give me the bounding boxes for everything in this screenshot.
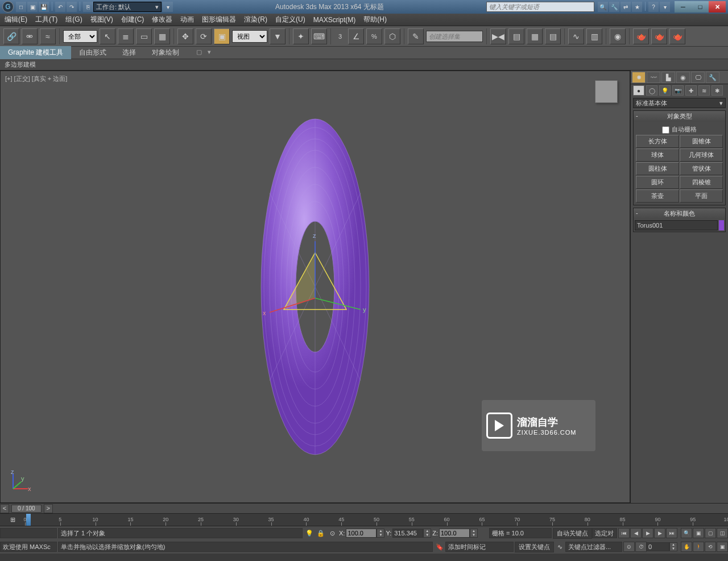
key-mode-icon[interactable]: ⊙ bbox=[623, 542, 635, 552]
time-slider-prev[interactable]: < bbox=[0, 504, 9, 513]
ribbon-tab-paint[interactable]: 对象绘制 bbox=[144, 46, 187, 59]
nav-maximize-icon[interactable]: ▣ bbox=[717, 542, 728, 552]
menu-group[interactable]: 组(G) bbox=[65, 15, 82, 24]
add-time-marker[interactable]: 添加时间标记 bbox=[445, 542, 514, 552]
time-slider-next[interactable]: > bbox=[44, 504, 53, 513]
spinner-snap-icon[interactable]: ⬡ bbox=[384, 28, 400, 44]
menu-edit[interactable]: 编辑(E) bbox=[5, 15, 27, 24]
shapes-icon[interactable]: ◯ bbox=[646, 85, 657, 96]
torus-object[interactable]: z y x bbox=[196, 102, 435, 472]
align-icon[interactable]: ▤ bbox=[508, 28, 524, 44]
help-dropdown-icon[interactable]: ▾ bbox=[660, 2, 670, 12]
lock-icon[interactable]: 💡 bbox=[304, 528, 315, 538]
current-frame[interactable] bbox=[647, 542, 669, 551]
selected-key-label[interactable]: 选定对 bbox=[592, 528, 617, 538]
geometry-icon[interactable]: ● bbox=[633, 85, 644, 96]
window-minimize[interactable]: ─ bbox=[675, 1, 692, 13]
angle-snap-icon[interactable]: ∠ bbox=[348, 28, 364, 44]
menu-create[interactable]: 创建(C) bbox=[121, 15, 144, 24]
manipulate-icon[interactable]: ✦ bbox=[293, 28, 309, 44]
coord-y[interactable] bbox=[392, 529, 423, 538]
menu-maxscript[interactable]: MAXScript(M) bbox=[313, 16, 356, 24]
lights-icon[interactable]: 💡 bbox=[659, 85, 671, 96]
tube-button[interactable]: 管状体 bbox=[680, 162, 723, 175]
bind-spacewarp-icon[interactable]: ≈ bbox=[40, 28, 56, 44]
autokey-button[interactable]: 自动关键点 bbox=[553, 528, 592, 539]
play-icon[interactable]: ▶ bbox=[642, 528, 653, 538]
wrench-icon[interactable]: 🔧 bbox=[609, 2, 619, 12]
ribbon-panel-polymodel[interactable]: 多边形建模 bbox=[0, 59, 728, 71]
menu-help[interactable]: 帮助(H) bbox=[363, 15, 387, 24]
ribbon-tab-selection[interactable]: 选择 bbox=[114, 46, 144, 59]
goto-end-icon[interactable]: ⏭ bbox=[666, 528, 677, 538]
pivot-center-icon[interactable]: ▼ bbox=[270, 28, 286, 44]
menu-graph-editors[interactable]: 图形编辑器 bbox=[202, 15, 236, 24]
cylinder-button[interactable]: 圆柱体 bbox=[636, 162, 679, 175]
goto-start-icon[interactable]: ⏮ bbox=[618, 528, 630, 538]
isolate-icon[interactable]: ⊙ bbox=[326, 528, 338, 538]
keyboard-shortcut-icon[interactable]: ⌨ bbox=[311, 28, 327, 44]
nav-orbit-icon[interactable]: ⟲ bbox=[705, 542, 716, 552]
geosphere-button[interactable]: 几何球体 bbox=[680, 148, 723, 162]
unlink-icon[interactable]: ⚮ bbox=[22, 28, 38, 44]
prev-frame-icon[interactable]: ◀ bbox=[630, 528, 642, 538]
viewport-label[interactable]: [+] [正交] [真实 + 边面] bbox=[5, 75, 67, 83]
schematic-view-icon[interactable]: ▥ bbox=[586, 28, 602, 44]
selection-lock-icon[interactable]: 🔒 bbox=[315, 528, 326, 538]
render-icon[interactable]: 🫖 bbox=[669, 28, 685, 44]
link-icon[interactable]: ⎘ bbox=[83, 2, 93, 12]
plane-button[interactable]: 平面 bbox=[680, 189, 723, 203]
menu-modifiers[interactable]: 修改器 bbox=[152, 15, 172, 24]
app-icon[interactable]: G bbox=[2, 1, 14, 13]
rendered-frame-icon[interactable]: 🫖 bbox=[651, 28, 667, 44]
box-button[interactable]: 长方体 bbox=[636, 135, 679, 148]
viewcube[interactable] bbox=[586, 75, 626, 114]
help-icon[interactable]: ? bbox=[648, 2, 659, 12]
redo-icon[interactable]: ↷ bbox=[67, 2, 77, 12]
nav-zoom-icon[interactable]: 🔍 bbox=[681, 528, 692, 538]
create-tab-icon[interactable]: ✹ bbox=[632, 72, 646, 83]
time-cursor[interactable] bbox=[26, 514, 31, 526]
motion-tab-icon[interactable]: ◉ bbox=[676, 72, 690, 83]
rotate-icon[interactable]: ⟳ bbox=[196, 28, 212, 44]
window-maximize[interactable]: □ bbox=[692, 1, 709, 13]
nav-pan-icon[interactable]: ✋ bbox=[681, 542, 692, 552]
scale-icon[interactable]: ▣ bbox=[214, 28, 230, 44]
ribbon-tab-graphite[interactable]: Graphite 建模工具 bbox=[0, 46, 71, 59]
ribbon-expand-icon[interactable]: ▢ bbox=[196, 48, 205, 57]
nav-zoom-all-icon[interactable]: ▣ bbox=[693, 528, 704, 538]
new-icon[interactable]: □ bbox=[16, 2, 26, 12]
systems-icon[interactable]: ✱ bbox=[712, 85, 723, 96]
select-link-icon[interactable]: 🔗 bbox=[3, 28, 19, 44]
display-tab-icon[interactable]: 🖵 bbox=[691, 72, 705, 83]
coord-x[interactable] bbox=[346, 529, 377, 538]
sphere-button[interactable]: 球体 bbox=[636, 148, 679, 162]
coord-z[interactable] bbox=[439, 529, 470, 538]
favorite-icon[interactable]: ★ bbox=[632, 2, 642, 12]
curve-editor-icon[interactable]: ∿ bbox=[568, 28, 584, 44]
object-name-input[interactable] bbox=[635, 220, 718, 230]
window-crossing-icon[interactable]: ▦ bbox=[154, 28, 170, 44]
time-slider-handle[interactable]: 0 / 100 bbox=[11, 505, 42, 513]
ribbon-tab-freeform[interactable]: 自由形式 bbox=[71, 46, 114, 59]
percent-snap-icon[interactable]: % bbox=[366, 28, 382, 44]
time-slider[interactable]: < 0 / 100 > bbox=[0, 503, 728, 513]
viewport[interactable]: [+] [正交] [真实 + 边面] bbox=[0, 71, 630, 503]
next-frame-icon[interactable]: ▶ bbox=[654, 528, 665, 538]
exchange-icon[interactable]: ⇄ bbox=[621, 2, 631, 12]
pyramid-button[interactable]: 四棱锥 bbox=[680, 176, 723, 189]
save-icon[interactable]: 💾 bbox=[39, 2, 49, 12]
mirror-icon[interactable]: ▶◀ bbox=[490, 28, 506, 44]
cameras-icon[interactable]: 📷 bbox=[672, 85, 684, 96]
nav-zoom-extents-icon[interactable]: ▢ bbox=[705, 528, 716, 538]
layers-icon[interactable]: ▦ bbox=[527, 28, 543, 44]
time-tag-icon[interactable]: 🔖 bbox=[434, 542, 445, 552]
key-filters-icon[interactable]: ∿ bbox=[554, 542, 565, 552]
menu-views[interactable]: 视图(V) bbox=[90, 15, 113, 24]
setkey-button[interactable]: 设置关键点 bbox=[515, 542, 554, 552]
modify-tab-icon[interactable]: 〰 bbox=[647, 72, 660, 83]
teapot-button[interactable]: 茶壶 bbox=[636, 189, 679, 203]
selection-filter[interactable]: 全部 bbox=[63, 30, 97, 43]
nav-fov-icon[interactable]: ◫ bbox=[717, 528, 728, 538]
spacewarps-icon[interactable]: ≋ bbox=[698, 85, 710, 96]
